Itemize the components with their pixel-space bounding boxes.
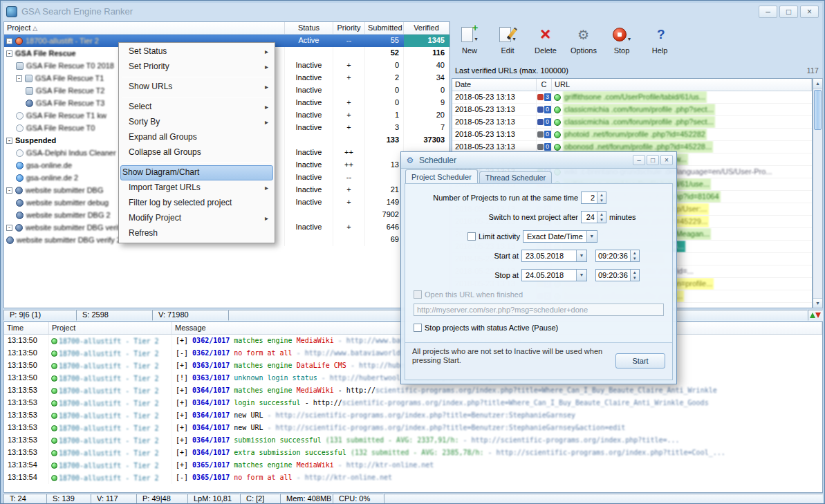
menu-item-set-priority[interactable]: Set Priority▸ bbox=[120, 59, 273, 75]
chevron-down-icon[interactable]: ▼ bbox=[576, 250, 586, 261]
limit-activity-checkbox[interactable] bbox=[467, 232, 476, 241]
dropdown-caret-icon[interactable]: ▾ bbox=[628, 36, 631, 42]
log-toggle-button[interactable] bbox=[808, 310, 823, 321]
menu-item-expand-all-groups[interactable]: Expand all Groups bbox=[120, 130, 273, 145]
globe-icon bbox=[51, 438, 57, 444]
log-row[interactable]: 13:13:5318700-allustift - Tier 2[+] 0364… bbox=[4, 434, 822, 447]
menu-item-show-urls[interactable]: Show URLs▸ bbox=[120, 80, 273, 95]
tab-project-scheduler[interactable]: Project Scheduler bbox=[405, 169, 478, 183]
stepper-arrows-icon[interactable]: ▲▼ bbox=[597, 212, 606, 223]
menu-item-show-diagram-chart[interactable]: Show Diagram/Chart bbox=[120, 165, 273, 180]
url-row[interactable]: 2018-05-23 13:130classicmichia .com/foru… bbox=[452, 116, 812, 129]
projects-count-stepper[interactable]: 2 ▲▼ bbox=[581, 192, 606, 204]
dropdown-caret-icon[interactable]: ▾ bbox=[474, 36, 477, 42]
log-row[interactable]: 13:13:5418700-allustift - Tier 2[+] 0365… bbox=[4, 459, 822, 472]
close-icon[interactable]: × bbox=[800, 6, 819, 18]
menu-item-select[interactable]: Select▸ bbox=[120, 100, 273, 115]
url-table-scrollbar[interactable]: ▲ ▼ bbox=[813, 78, 823, 308]
stop-time-stepper[interactable]: 09:20:36 ▲▼ bbox=[595, 269, 640, 281]
menu-item-sorty-by[interactable]: Sorty By▸ bbox=[120, 115, 273, 130]
time-cell: 13:13:50 bbox=[4, 360, 49, 372]
column-header-project[interactable]: Project △ bbox=[4, 22, 285, 34]
column-header-c[interactable]: C bbox=[537, 79, 552, 91]
stepper-arrows-icon[interactable]: ▲▼ bbox=[630, 270, 639, 281]
log-project-label: 18700-allustift - Tier 2 bbox=[59, 385, 159, 397]
log-row[interactable]: 13:13:5318700-allustift - Tier 2[+] 0364… bbox=[4, 422, 822, 434]
globe-icon bbox=[51, 363, 57, 369]
tree-expander-icon[interactable]: - bbox=[6, 225, 12, 231]
edit-button[interactable]: ▾Edit bbox=[492, 24, 523, 64]
stop-date-select[interactable]: 24.05.2018 ▼ bbox=[521, 269, 587, 281]
chevron-down-icon[interactable]: ▼ bbox=[586, 231, 597, 242]
tree-expander-icon[interactable]: - bbox=[6, 187, 12, 194]
url-row[interactable]: 2018-05-23 13:130classicmichia .com/foru… bbox=[452, 104, 812, 116]
scheduler-close-icon[interactable]: × bbox=[660, 155, 673, 165]
status-cell bbox=[285, 134, 333, 147]
menu-item-collapse-all-groups[interactable]: Collapse all Groups bbox=[120, 145, 273, 160]
start-button[interactable]: Start bbox=[615, 353, 665, 368]
message-part: [-] bbox=[176, 349, 192, 357]
chevron-down-icon[interactable]: ▼ bbox=[576, 270, 586, 281]
url-row[interactable]: 2018-05-23 13:133griffithsone .com/UserP… bbox=[452, 91, 812, 104]
stepper-arrows-icon[interactable]: ▲▼ bbox=[630, 250, 639, 261]
stepper-arrows-icon[interactable]: ▲▼ bbox=[597, 192, 606, 203]
log-row[interactable]: 13:13:5318700-allustift - Tier 2[+] 0364… bbox=[4, 447, 822, 459]
priority-cell bbox=[333, 84, 365, 97]
message-part: [+] bbox=[176, 461, 192, 469]
message-part: scientific-programs.org/index.php?title=… bbox=[376, 386, 717, 394]
help-button[interactable]: Help bbox=[644, 24, 676, 64]
log-row[interactable]: 13:13:5418700-allustift - Tier 2[-] 0365… bbox=[4, 472, 822, 484]
time-cell: 13:13:53 bbox=[4, 422, 49, 434]
scheduler-maximize-icon[interactable]: □ bbox=[647, 155, 659, 165]
log-row[interactable]: 13:13:5318700-allustift - Tier 2[+] 0364… bbox=[4, 409, 822, 422]
url-row[interactable]: 2018-05-23 13:130photoid .net/forum/prof… bbox=[452, 129, 812, 141]
column-header-date[interactable]: Date bbox=[452, 79, 537, 91]
menu-item-filter-log-by-selected-project[interactable]: Filter log by selected project bbox=[120, 196, 273, 211]
tree-expander-icon[interactable]: - bbox=[6, 50, 12, 57]
column-header-time[interactable]: Time bbox=[4, 322, 49, 334]
column-header-log-project[interactable]: Project bbox=[49, 322, 172, 334]
start-time-stepper[interactable]: 09:20:36 ▲▼ bbox=[595, 250, 640, 262]
options-button[interactable]: Options bbox=[568, 24, 600, 64]
dropdown-caret-icon[interactable]: ▾ bbox=[512, 36, 515, 42]
new-button[interactable]: ▾New bbox=[454, 24, 485, 64]
scrollbar-thumb[interactable] bbox=[814, 90, 822, 130]
scheduler-minimize-icon[interactable]: – bbox=[633, 155, 645, 165]
column-header-priority[interactable]: Priority bbox=[333, 22, 365, 34]
log-row[interactable]: 13:13:5318700-allustift - Tier 2[+] 0364… bbox=[4, 384, 822, 397]
limit-mode-select[interactable]: Exact Date/Time ▼ bbox=[523, 230, 597, 243]
menu-item-set-status[interactable]: Set Status▸ bbox=[120, 44, 273, 59]
tree-expander-icon[interactable]: - bbox=[6, 138, 12, 144]
delete-button[interactable]: Delete bbox=[530, 24, 562, 64]
column-header-verified[interactable]: Verified bbox=[404, 22, 449, 34]
log-row[interactable]: 13:13:5318700-allustift - Tier 2[+] 0364… bbox=[4, 397, 822, 409]
tab-thread-scheduler[interactable]: Thread Scheduler bbox=[479, 171, 552, 183]
start-date-value: 23.05.2018 bbox=[522, 250, 576, 261]
menu-item-import-target-urls[interactable]: Import Target URLs▸ bbox=[120, 180, 273, 196]
menu-item-label: Select bbox=[129, 102, 151, 111]
status-segment-2: V: 71980 bbox=[152, 310, 228, 321]
tree-expander-icon[interactable]: - bbox=[16, 75, 22, 82]
scheduler-titlebar[interactable]: ⚙ Scheduler – □ × bbox=[401, 152, 676, 169]
scroll-up-icon[interactable]: ▲ bbox=[813, 79, 822, 88]
menu-item-refresh[interactable]: Refresh bbox=[120, 226, 273, 241]
log-project-label: 18700-allustift - Tier 2 bbox=[59, 360, 159, 372]
scroll-down-icon[interactable]: ▼ bbox=[813, 298, 822, 308]
stop-active-checkbox[interactable] bbox=[414, 324, 422, 332]
globe-icon bbox=[51, 375, 57, 382]
column-header-submitted[interactable]: Submitted bbox=[365, 22, 404, 34]
switch-after-stepper[interactable]: 24 ▲▼ bbox=[581, 211, 606, 223]
clock-icon bbox=[16, 112, 24, 120]
minimize-icon[interactable]: – bbox=[759, 6, 777, 18]
column-header-url[interactable]: URL bbox=[552, 79, 812, 91]
open-url-checkbox[interactable] bbox=[414, 290, 422, 299]
start-date-select[interactable]: 23.05.2018 ▼ bbox=[521, 250, 587, 262]
finish-url-input[interactable] bbox=[414, 304, 664, 316]
url-text: classicmichia .com/forum/profile .php?se… bbox=[563, 104, 715, 115]
menu-item-modify-project[interactable]: Modify Project▸ bbox=[120, 211, 273, 226]
stop-button[interactable]: ▾Stop bbox=[606, 24, 638, 64]
submitted-cell: 133 bbox=[365, 134, 404, 147]
column-header-status[interactable]: Status bbox=[285, 22, 333, 34]
tree-expander-icon[interactable]: - bbox=[6, 38, 12, 44]
maximize-icon[interactable]: □ bbox=[779, 6, 798, 18]
